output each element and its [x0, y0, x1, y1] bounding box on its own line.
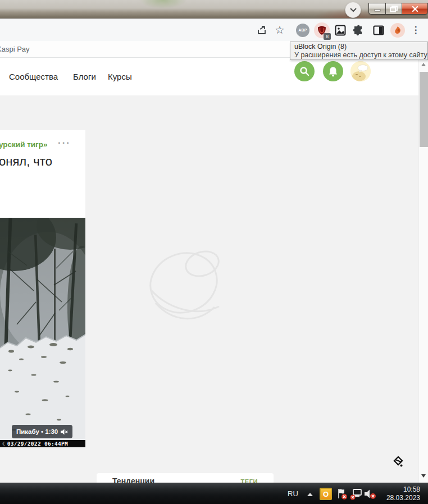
abp-icon: ABP	[296, 24, 309, 37]
volume-muted-icon[interactable]	[363, 488, 376, 500]
camera-timestamp-bar: ☾ 03/29/2022 06:44PM	[0, 440, 85, 447]
puzzle-icon	[353, 25, 364, 36]
star-icon: ☆	[275, 24, 284, 36]
scroll-down-button[interactable]	[421, 474, 426, 478]
bookmark-star-button[interactable]: ☆	[273, 19, 286, 41]
minimize-button[interactable]	[368, 3, 385, 15]
maximize-button[interactable]	[385, 3, 402, 15]
muted-speaker-icon	[61, 429, 68, 435]
image-icon	[335, 25, 346, 36]
network-status-icon[interactable]	[349, 488, 362, 500]
scroll-thumb[interactable]	[420, 72, 428, 147]
avatar	[350, 61, 371, 81]
moon-phase-icon: ☾	[2, 441, 6, 447]
side-panel-button[interactable]	[371, 19, 386, 41]
search-button[interactable]	[294, 61, 315, 81]
nav-item-courses[interactable]: Курсы	[108, 72, 132, 81]
notifications-button[interactable]	[323, 61, 343, 81]
taskbar-clock[interactable]: 10:58 28.03.2023	[386, 485, 420, 502]
nav-item-blogs[interactable]: Блоги	[73, 72, 96, 81]
search-icon	[299, 66, 309, 76]
taskbar: RU O 10:58 28.03.2023	[0, 483, 428, 504]
tooltip-message: У расширения есть доступ к этому сайту	[294, 51, 424, 59]
browser-menu-button[interactable]: ⋮	[409, 19, 422, 41]
extensions-puzzle-button[interactable]	[351, 19, 366, 41]
post-card: урский тигр» ··· онял, что	[0, 130, 85, 448]
kebab-menu-icon: ⋮	[411, 24, 421, 36]
action-center-flag-icon[interactable]	[336, 488, 348, 500]
collapse-toolbar-button[interactable]	[345, 2, 361, 18]
camera-timestamp: 03/29/2022 06:44PM	[7, 441, 68, 447]
post-title: онял, что	[0, 154, 52, 169]
video-player[interactable]: Пикабу • 1:30 ☾ 03/29/2022 06:44PM	[0, 218, 85, 447]
bell-icon	[328, 66, 338, 77]
side-panel-icon	[373, 25, 384, 35]
scroll-up-button[interactable]	[421, 63, 426, 66]
community-link[interactable]: урский тигр»	[0, 140, 47, 149]
restore-icon	[390, 6, 398, 12]
window-titlebar	[0, 0, 428, 19]
close-button[interactable]	[402, 3, 428, 15]
site-header: Сообщества Блоги Курсы	[0, 58, 418, 95]
bookmark-item-kaspi-pay[interactable]: Kaspi Pay	[0, 45, 30, 53]
pikabu-loading-logo	[142, 242, 231, 327]
video-watermark: Пикабу • 1:30	[16, 428, 58, 435]
video-info-pill: Пикабу • 1:30	[12, 425, 72, 438]
clock-time: 10:58	[386, 485, 420, 494]
window-controls	[368, 3, 428, 15]
screen: ☆ ABP 8	[0, 0, 428, 504]
share-button[interactable]	[254, 19, 269, 41]
language-indicator[interactable]: RU	[288, 489, 298, 498]
profile-avatar-button[interactable]	[350, 61, 371, 81]
flame-extension-icon	[390, 23, 405, 38]
post-more-button[interactable]: ···	[58, 138, 71, 149]
ublock-shield-icon: 8	[314, 22, 330, 38]
scrollbar[interactable]	[418, 58, 428, 483]
video-thumbnail	[0, 218, 85, 441]
extension-abp-button[interactable]: ABP	[295, 19, 310, 41]
extension-orange-button[interactable]	[389, 19, 406, 41]
share-icon	[256, 25, 267, 36]
chevron-down-icon	[349, 7, 357, 13]
nav-item-communities[interactable]: Сообщества	[9, 72, 58, 81]
extension-tooltip: uBlock Origin (8) У расширения есть дост…	[290, 42, 428, 60]
tray-app-icon[interactable]: O	[320, 488, 332, 500]
ink-cursor-icon	[392, 456, 404, 469]
extension-ublock-button[interactable]: 8	[313, 19, 330, 41]
clock-date: 28.03.2023	[386, 494, 420, 502]
extension-image-button[interactable]	[333, 19, 348, 41]
tooltip-title: uBlock Origin (8)	[294, 43, 424, 51]
close-icon	[412, 6, 418, 12]
browser-toolbar: ☆ ABP 8	[0, 19, 428, 41]
minimize-icon	[374, 6, 381, 12]
ublock-badge: 8	[324, 33, 331, 40]
show-hidden-icons-button[interactable]	[307, 493, 313, 496]
